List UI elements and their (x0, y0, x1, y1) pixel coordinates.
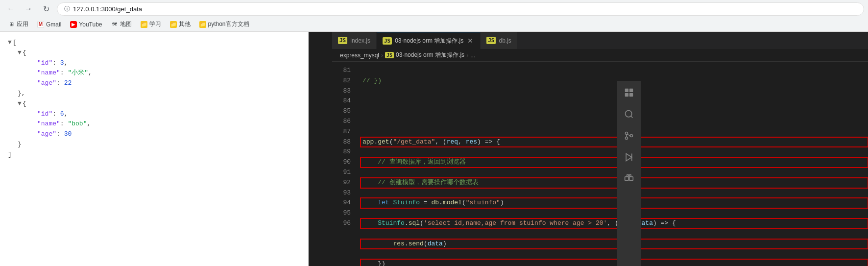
gmail-icon: M (37, 21, 44, 28)
maps-icon: 🗺 (111, 21, 118, 28)
tab-close-main[interactable]: ✕ (466, 37, 474, 45)
code-line-86: // 创建模型，需要操作哪个数据表 (361, 178, 868, 188)
study-icon: 📁 (141, 21, 147, 28)
bookmark-python-label: python官方文档 (208, 20, 249, 28)
ln-95: 95 (332, 208, 351, 218)
bookmark-study-label: 学习 (149, 20, 161, 28)
breadcrumb-more: ... (470, 52, 475, 59)
svg-rect-14 (629, 175, 631, 176)
ln-86: 86 (332, 117, 351, 127)
breadcrumb-file: 03-nodejs orm 增加操作.js (396, 51, 464, 59)
nav-bar: ← → ↻ ⓘ 127.0.0.1:3000/get_data (0, 0, 868, 18)
code-line-90: }) (361, 259, 868, 266)
json-item-0: ▼{ "id": 3, "name": "小米", "age": 22 }, (18, 48, 300, 99)
bookmark-study[interactable]: 📁 学习 (137, 19, 165, 29)
editor-wrapper: JS index.js JS 03-nodejs orm 增加操作.js ✕ J… (332, 32, 868, 266)
bookmarks-bar: ⊞ 应用 M Gmail ▶ YouTube 🗺 地图 📁 学习 📁 其他 📁 … (0, 18, 868, 31)
collapse-root[interactable]: ▼ (8, 38, 12, 48)
activity-explorer[interactable] (621, 85, 637, 100)
tab-index-label: index.js (350, 37, 370, 44)
activity-extensions[interactable] (621, 171, 637, 187)
bookmark-python[interactable]: 📁 python官方文档 (195, 19, 253, 29)
svg-rect-3 (629, 93, 633, 97)
bookmark-apps[interactable]: ⊞ 应用 (4, 19, 32, 29)
svg-marker-9 (626, 154, 632, 161)
forward-button[interactable]: → (22, 2, 35, 16)
reload-button[interactable]: ↻ (39, 2, 53, 16)
activity-source-control[interactable] (621, 128, 637, 144)
ln-92: 92 (332, 178, 351, 188)
code-line-84: app.get("/get_data", (req, res) => { (361, 137, 868, 147)
bookmark-youtube-label: YouTube (79, 21, 102, 28)
vscode-editor: JS index.js JS 03-nodejs orm 增加操作.js ✕ J… (309, 32, 868, 266)
editor-tabs: JS index.js JS 03-nodejs orm 增加操作.js ✕ J… (332, 32, 868, 49)
tab-index[interactable]: JS index.js (332, 32, 377, 49)
json-field-age-1: "age": 30 (37, 129, 300, 140)
breadcrumb-sep-1: › (381, 52, 383, 59)
collapse-item-0[interactable]: ▼ (18, 48, 22, 58)
json-field-id-1: "id": 6, (37, 109, 300, 120)
other-icon: 📁 (170, 21, 177, 28)
activity-search[interactable] (621, 106, 637, 122)
tab-db[interactable]: JS db.js (481, 32, 518, 49)
breadcrumb-js-icon: JS (385, 52, 394, 58)
bookmark-apps-label: 应用 (17, 20, 28, 28)
svg-line-5 (631, 116, 633, 118)
code-line-81: // }) (361, 76, 868, 86)
ln-85: 85 (332, 106, 351, 117)
tab-main[interactable]: JS 03-nodejs orm 增加操作.js ✕ (377, 32, 481, 49)
bookmark-other[interactable]: 📁 其他 (166, 19, 194, 29)
json-field-age-0: "age": 22 (37, 78, 300, 89)
tab-db-label: db.js (499, 37, 511, 44)
code-line-87: let Stuinfo = db.model("stuinfo") (361, 198, 868, 208)
svg-rect-0 (625, 89, 628, 92)
code-content[interactable]: // }) app.get("/get_data", (req, res) =>… (357, 62, 868, 266)
ln-96: 96 (332, 218, 351, 229)
bookmark-other-label: 其他 (179, 20, 191, 28)
svg-rect-11 (625, 177, 629, 181)
ln-94: 94 (332, 198, 351, 208)
svg-rect-13 (627, 175, 628, 176)
bookmark-youtube[interactable]: ▶ YouTube (66, 20, 106, 29)
json-field-name-0: "name": "小米", (37, 68, 300, 78)
tab-main-label: 03-nodejs orm 增加操作.js (395, 37, 463, 45)
ln-93: 93 (332, 188, 351, 198)
json-open-bracket: [ (13, 39, 17, 46)
ln-81: 81 (332, 66, 351, 76)
main-area: ▼[ ▼{ "id": 3, "name": "小米", "age": 22 }… (0, 32, 868, 266)
json-field-id-0: "id": 3, (37, 58, 300, 69)
breadcrumb-root: express_mysql (340, 52, 379, 59)
json-field-name-1: "name": "bob", (37, 119, 300, 129)
json-root: ▼[ ▼{ "id": 3, "name": "小米", "age": 22 }… (8, 38, 300, 160)
browser-chrome: ← → ↻ ⓘ 127.0.0.1:3000/get_data ⊞ 应用 M G… (0, 0, 868, 32)
breadcrumb-sep-2: › (466, 52, 468, 59)
collapse-item-1[interactable]: ▼ (18, 99, 22, 109)
ln-82: 82 (332, 76, 351, 86)
code-line-82 (361, 96, 868, 106)
youtube-icon: ▶ (70, 21, 77, 28)
svg-point-8 (630, 135, 633, 137)
url-text: 127.0.0.1:3000/get_data (73, 5, 142, 13)
js-icon-db: JS (486, 37, 496, 44)
ln-83: 83 (332, 86, 351, 97)
activity-run[interactable] (621, 149, 637, 165)
back-button[interactable]: ← (4, 2, 18, 16)
svg-point-7 (626, 137, 628, 140)
python-icon: 📁 (199, 21, 206, 28)
bookmark-maps-label: 地图 (120, 20, 132, 28)
svg-rect-12 (629, 177, 633, 181)
ln-90: 90 (332, 157, 351, 168)
address-bar[interactable]: ⓘ 127.0.0.1:3000/get_data (57, 2, 864, 16)
bookmark-gmail[interactable]: M Gmail (33, 20, 65, 29)
js-icon-index: JS (338, 37, 347, 44)
ln-84: 84 (332, 96, 351, 106)
code-line-88: Stuinfo.sql('select id,name,age from stu… (361, 218, 868, 229)
ln-89: 89 (332, 147, 351, 157)
bookmark-gmail-label: Gmail (46, 21, 61, 28)
ln-88: 88 (332, 137, 351, 147)
svg-rect-2 (625, 93, 628, 97)
json-item-1: ▼{ "id": 6, "name": "bob", "age": 30 } (18, 99, 300, 150)
breadcrumb: express_mysql › JS 03-nodejs orm 增加操作.js… (332, 49, 868, 62)
bookmark-maps[interactable]: 🗺 地图 (107, 19, 136, 29)
apps-icon: ⊞ (8, 21, 15, 28)
